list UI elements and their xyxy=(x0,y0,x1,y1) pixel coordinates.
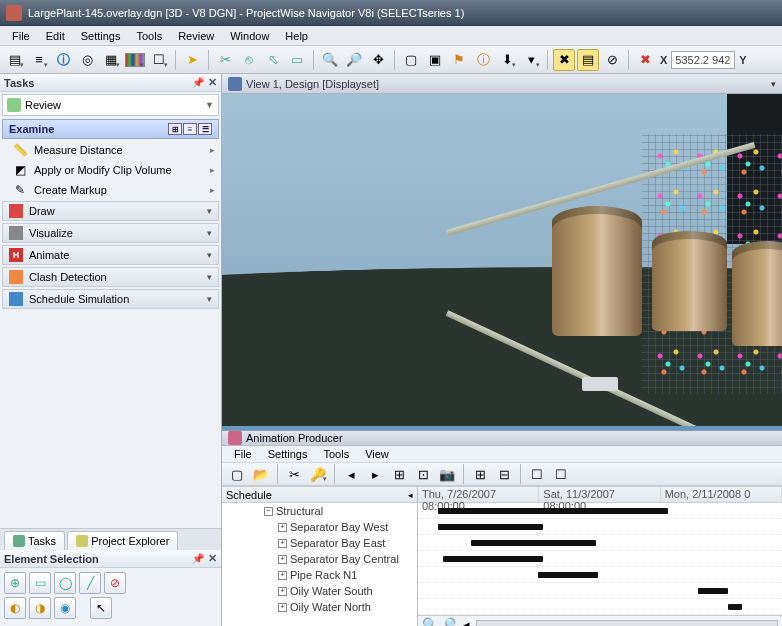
clear-select-button[interactable]: ⊘ xyxy=(104,572,126,594)
flag-button[interactable]: ⚑ xyxy=(448,49,470,71)
gantt-bar[interactable] xyxy=(538,572,598,578)
section-schedule[interactable]: Schedule Simulation ▾ xyxy=(2,289,219,309)
info2-button[interactable]: ⓘ xyxy=(472,49,494,71)
highlight2-button[interactable]: ▤ xyxy=(577,49,599,71)
cursor-dropdown-button[interactable]: ↖ xyxy=(90,597,112,619)
anim-menu-file[interactable]: File xyxy=(226,446,260,462)
window2-button[interactable]: ▣ xyxy=(424,49,446,71)
expand-icon[interactable]: + xyxy=(278,571,287,580)
tree-item[interactable]: +Separator Bay Central xyxy=(222,551,417,567)
cut-button[interactable]: ✂ xyxy=(214,49,236,71)
menu-help[interactable]: Help xyxy=(277,28,316,44)
grid1-button[interactable]: ⊞ xyxy=(469,463,491,485)
opt2-button[interactable]: ☐ xyxy=(550,463,572,485)
expand-icon[interactable]: + xyxy=(278,539,287,548)
cut-anim-button[interactable]: ✂ xyxy=(283,463,305,485)
zoom-in-gantt-button[interactable]: 🔍 xyxy=(422,618,438,627)
tree-item[interactable]: +Pipe Rack N1 xyxy=(222,567,417,583)
task-clip-volume[interactable]: ◩ Apply or Modify Clip Volume ▸ xyxy=(2,160,219,180)
box-select-button[interactable]: ▭ xyxy=(286,49,308,71)
tab-explorer[interactable]: Project Explorer xyxy=(67,531,178,550)
pin-icon[interactable]: 📌 xyxy=(192,553,204,564)
tree-item[interactable]: +Separator Bay East xyxy=(222,535,417,551)
view-dropdown-button[interactable]: ☐ xyxy=(148,49,170,71)
anim-menu-settings[interactable]: Settings xyxy=(260,446,316,462)
grid2-button[interactable]: ⊟ xyxy=(493,463,515,485)
invert-mode-button[interactable]: ◉ xyxy=(54,597,76,619)
next-button[interactable]: ▸ xyxy=(364,463,386,485)
opt1-button[interactable]: ☐ xyxy=(526,463,548,485)
arrow-tool-button[interactable]: ➤ xyxy=(181,49,203,71)
new-anim-button[interactable]: ▢ xyxy=(226,463,248,485)
individual-select-button[interactable]: ⊕ xyxy=(4,572,26,594)
gantt-bar[interactable] xyxy=(443,556,543,562)
close-icon[interactable]: ✕ xyxy=(208,552,217,565)
collapse-icon[interactable]: − xyxy=(264,507,273,516)
info-button[interactable]: ⓘ xyxy=(52,49,74,71)
menu-file[interactable]: File xyxy=(4,28,38,44)
expand-icon[interactable]: + xyxy=(278,603,287,612)
close-tool-button[interactable]: ✖ xyxy=(634,49,656,71)
anim-menu-view[interactable]: View xyxy=(357,446,397,462)
menu-settings[interactable]: Settings xyxy=(73,28,129,44)
viewport-dropdown-icon[interactable]: ▾ xyxy=(771,79,776,89)
list-view-button[interactable]: ≡ xyxy=(183,123,197,135)
line-select-button[interactable]: ╱ xyxy=(79,572,101,594)
menu-edit[interactable]: Edit xyxy=(38,28,73,44)
tree-item[interactable]: +Oily Water South xyxy=(222,583,417,599)
prev-button[interactable]: ◂ xyxy=(340,463,362,485)
section-examine[interactable]: Examine ⊞ ≡ ☰ xyxy=(2,119,219,139)
add-mode-button[interactable]: ◐ xyxy=(4,597,26,619)
shape-select-button[interactable]: ◯ xyxy=(54,572,76,594)
subtract-mode-button[interactable]: ◑ xyxy=(29,597,51,619)
3d-viewport[interactable] xyxy=(222,94,782,426)
gantt-bar[interactable] xyxy=(698,588,728,594)
layer-dropdown-button[interactable]: ▤ xyxy=(4,49,26,71)
pin-icon[interactable]: 📌 xyxy=(192,77,204,88)
expand-button[interactable]: ⊞ xyxy=(388,463,410,485)
scroll-left-icon[interactable]: ◂ xyxy=(408,490,413,500)
task-create-markup[interactable]: ✎ Create Markup ▸ xyxy=(2,180,219,200)
expand-icon[interactable]: + xyxy=(278,587,287,596)
gantt-bar[interactable] xyxy=(471,540,596,546)
section-draw[interactable]: Draw ▾ xyxy=(2,201,219,221)
coord-x-field[interactable]: 5352.2 942 xyxy=(671,51,735,69)
target-button[interactable]: ◎ xyxy=(76,49,98,71)
zoom-out-button[interactable]: 🔎 xyxy=(343,49,365,71)
menu-tools[interactable]: Tools xyxy=(128,28,170,44)
tree-item[interactable]: +Separator Bay West xyxy=(222,519,417,535)
review-dropdown[interactable]: Review ▼ xyxy=(2,94,219,116)
material-dropdown-button[interactable]: ▦ xyxy=(100,49,122,71)
tree-item[interactable]: +Oily Water North xyxy=(222,599,417,615)
gantt-bar[interactable] xyxy=(438,508,668,514)
style-dropdown-button[interactable]: ≡ xyxy=(28,49,50,71)
zoom-out-gantt-button[interactable]: 🔎 xyxy=(440,618,456,627)
open-anim-button[interactable]: 📂 xyxy=(250,463,272,485)
gantt-scrollbar[interactable] xyxy=(476,620,778,627)
fit-button[interactable]: ⊡ xyxy=(412,463,434,485)
menu-window[interactable]: Window xyxy=(222,28,277,44)
task-measure-distance[interactable]: 📏 Measure Distance ▸ xyxy=(2,140,219,160)
close-icon[interactable]: ✕ xyxy=(208,76,217,89)
circle-tool-button[interactable]: ⊘ xyxy=(601,49,623,71)
camera-button[interactable]: 📷 xyxy=(436,463,458,485)
gantt-chart[interactable]: Thu, 7/26/2007 08:00:00 Sat, 11/3/2007 0… xyxy=(418,487,782,626)
export-dropdown-button[interactable]: ⬇ xyxy=(496,49,518,71)
select-button[interactable]: ⬁ xyxy=(262,49,284,71)
section-clash[interactable]: Clash Detection ▾ xyxy=(2,267,219,287)
color-picker-button[interactable] xyxy=(124,49,146,71)
gantt-bar[interactable] xyxy=(728,604,742,610)
left-scroll-button[interactable]: ◂ xyxy=(458,618,474,627)
anim-menu-tools[interactable]: Tools xyxy=(315,446,357,462)
tree-root[interactable]: −Structural xyxy=(222,503,417,519)
link-button[interactable]: ⎋ xyxy=(238,49,260,71)
expand-icon[interactable]: + xyxy=(278,523,287,532)
block-select-button[interactable]: ▭ xyxy=(29,572,51,594)
section-animate[interactable]: H Animate ▾ xyxy=(2,245,219,265)
key-dropdown-button[interactable]: 🔑 xyxy=(307,463,329,485)
expand-icon[interactable]: + xyxy=(278,555,287,564)
window-button[interactable]: ▢ xyxy=(400,49,422,71)
grid-view-button[interactable]: ⊞ xyxy=(168,123,182,135)
menu-review[interactable]: Review xyxy=(170,28,222,44)
gantt-bar[interactable] xyxy=(438,524,543,530)
